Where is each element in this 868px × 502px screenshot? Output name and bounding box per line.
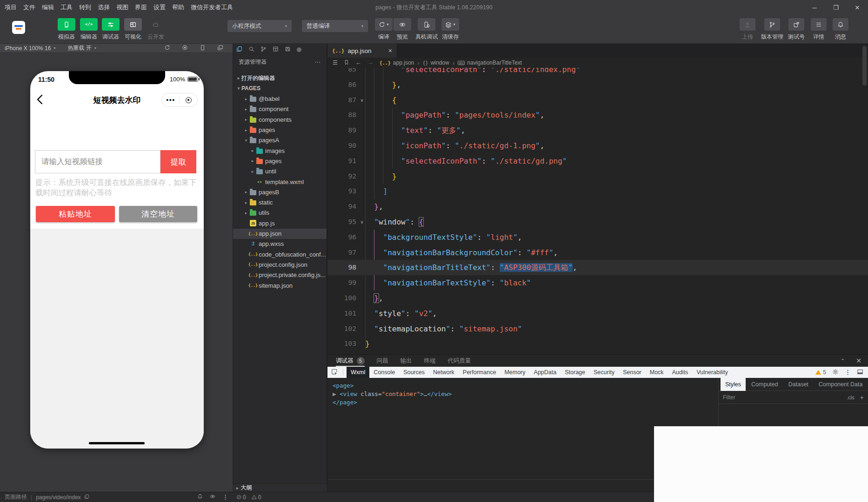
devtools-tab-Sensor[interactable]: Sensor (619, 367, 646, 378)
toolbar-button-云开发[interactable]: 云开发 (145, 18, 167, 41)
toolbar-button-模拟器[interactable]: 模拟器 (56, 18, 77, 41)
exit-mini-program-button[interactable] (180, 93, 198, 106)
tab-app-json[interactable]: {..} app.json × (327, 44, 397, 58)
devtools-settings-button[interactable] (832, 369, 839, 376)
notification-button[interactable] (197, 494, 203, 501)
devtools-tab-Console[interactable]: Console (369, 367, 399, 378)
tree-item-pages[interactable]: ▸pages (233, 125, 327, 135)
menu-item-编辑[interactable]: 编辑 (39, 0, 57, 15)
tree-item-@babel[interactable]: ▸@babel (233, 94, 327, 104)
sim-windows-button[interactable] (217, 45, 223, 52)
menu-item-文件[interactable]: 文件 (20, 0, 39, 15)
fold-chevron-icon[interactable]: ∨ (358, 92, 366, 108)
search-icon[interactable] (248, 46, 254, 54)
tree-item-static[interactable]: ▸static (233, 198, 327, 208)
hand-icon[interactable] (297, 46, 301, 54)
tree-item-until[interactable]: ▸until (233, 166, 327, 177)
menu-item-选择[interactable]: 选择 (94, 0, 113, 15)
explorer-more-button[interactable]: ⋯ (314, 59, 321, 66)
toolbar-button-可视化[interactable]: 可视化 (122, 18, 144, 41)
layout-icon[interactable] (273, 46, 279, 54)
element-node[interactable]: <page> (333, 382, 354, 390)
tree-item-pages[interactable]: ▸pages (233, 156, 327, 166)
tree-item-code_obfuscation_conf...[interactable]: {..}code_obfuscation_conf... (233, 249, 327, 259)
add-style-button[interactable]: + (860, 394, 864, 401)
bookmark-icon[interactable] (344, 59, 349, 66)
tree-item-project.config.json[interactable]: {..}project.config.json (233, 259, 327, 270)
devtools-tab-Vulnerability[interactable]: Vulnerability (692, 367, 732, 378)
extract-button[interactable]: 提取 (160, 150, 196, 173)
paste-address-button[interactable]: 粘贴地址 (36, 206, 115, 222)
breadcrumb-item-window[interactable]: {}window (423, 59, 449, 66)
tree-item-PAGES[interactable]: ▾PAGES (233, 83, 327, 93)
copy-icon[interactable] (84, 494, 89, 501)
styles-tab-Computed[interactable]: Computed (747, 378, 783, 391)
devtools-menu-button[interactable]: ⋮ (845, 369, 851, 376)
more-menu-button[interactable]: ●●● (162, 93, 180, 106)
tree-item-utils[interactable]: ▸utils (233, 208, 327, 218)
devtools-tab-Wxml[interactable]: Wxml (347, 367, 369, 378)
clear-address-button[interactable]: 清空地址 (119, 206, 197, 222)
toolbar-action-清缓存[interactable]: ▾清缓存 (437, 18, 464, 41)
code-editor[interactable]: 85 "selectedIconPath": "./static/index.p… (327, 68, 868, 354)
devtools-tab-Network[interactable]: Network (429, 367, 459, 378)
menu-item-微信开发者工具[interactable]: 微信开发者工具 (187, 0, 236, 15)
menu-item-设置[interactable]: 设置 (150, 0, 169, 15)
toolbar-button-消息[interactable]: 消息 (828, 18, 853, 41)
tree-item-app.json[interactable]: {..}app.json (233, 229, 327, 239)
video-link-input[interactable]: 请输入短视频链接 (35, 150, 160, 173)
debugger-tab-问题[interactable]: 问题 (377, 355, 388, 367)
device-select[interactable]: iPhone X 100% 16 (5, 45, 51, 52)
tree-item-images[interactable]: ▸images (233, 145, 327, 156)
menu-item-帮助[interactable]: 帮助 (169, 0, 187, 15)
mode-select[interactable]: 小程序模式▾ (227, 20, 292, 32)
toolbar-button-详情[interactable]: 详情 (807, 18, 831, 41)
sim-device-button[interactable] (200, 45, 206, 52)
styles-tab-Dataset[interactable]: Dataset (784, 378, 813, 391)
tree-item-component[interactable]: ▸component (233, 104, 327, 114)
element-node[interactable]: ▶ <view class="container">…</view> (333, 390, 452, 398)
tree-item-app.wxss[interactable]: 3app.wxss (233, 239, 327, 249)
tree-item-template.wxml[interactable]: <>template.wxml (233, 177, 327, 187)
arrow-left-icon[interactable]: ← (355, 59, 361, 66)
files-icon[interactable] (236, 46, 242, 54)
styles-filter-input[interactable]: Filter (723, 394, 735, 401)
list-icon[interactable]: ☰ (333, 59, 338, 66)
devtools-tab-Security[interactable]: Security (589, 367, 619, 378)
menu-item-转到[interactable]: 转到 (76, 0, 94, 15)
toolbar-button-上传[interactable]: 上传 (735, 18, 760, 41)
git-branch-icon[interactable] (260, 46, 267, 54)
tree-item-app.js[interactable]: JSapp.js (233, 218, 327, 228)
hot-reload-toggle[interactable]: 热重载 开 (67, 44, 91, 52)
toolbar-button-调试器[interactable]: 调试器 (100, 18, 121, 41)
element-node[interactable]: </page> (333, 398, 357, 407)
devtools-tab-Mock[interactable]: Mock (646, 367, 668, 378)
devtools-tab-Sources[interactable]: Sources (399, 367, 429, 378)
maximize-button[interactable]: ❐ (825, 0, 847, 15)
outline-section[interactable]: ▸ 大纲 (233, 483, 327, 492)
styles-tab-Component Data[interactable]: Component Data (814, 378, 868, 391)
devtools-tab-Storage[interactable]: Storage (561, 367, 589, 378)
devtools-tab-Memory[interactable]: Memory (500, 367, 529, 378)
tree-item-pagesB[interactable]: ▸pagesB (233, 187, 327, 197)
warning-indicator[interactable]: 5 (815, 369, 826, 376)
preview-toggle-button[interactable] (210, 494, 215, 501)
inspect-element-button[interactable] (331, 369, 338, 376)
toolbar-button-版本管理[interactable]: 版本管理 (760, 18, 784, 41)
debugger-tab-代码质量[interactable]: 代码质量 (448, 355, 471, 367)
tree-item-sitemap.json[interactable]: {..}sitemap.json (233, 280, 327, 291)
cls-button[interactable]: .cls (847, 395, 855, 400)
menu-item-项目[interactable]: 项目 (1, 0, 20, 15)
fold-chevron-icon[interactable]: ∨ (358, 214, 366, 230)
more-options-button[interactable]: ⋮ (222, 494, 228, 501)
editor-scrollbar[interactable] (862, 46, 867, 86)
arrow-right-icon[interactable]: → (367, 59, 374, 66)
collapse-panel-button[interactable]: ⌃ (841, 357, 845, 364)
close-button[interactable]: ✕ (847, 0, 868, 15)
styles-tab-Styles[interactable]: Styles (721, 378, 746, 391)
menu-item-界面[interactable]: 界面 (132, 0, 150, 15)
breadcrumb-item-app.json[interactable]: {..}app.json (380, 59, 414, 66)
compile-select[interactable]: 普通编译▾ (302, 20, 368, 32)
dock-side-button[interactable] (857, 369, 863, 376)
menu-item-视图[interactable]: 视图 (113, 0, 132, 15)
